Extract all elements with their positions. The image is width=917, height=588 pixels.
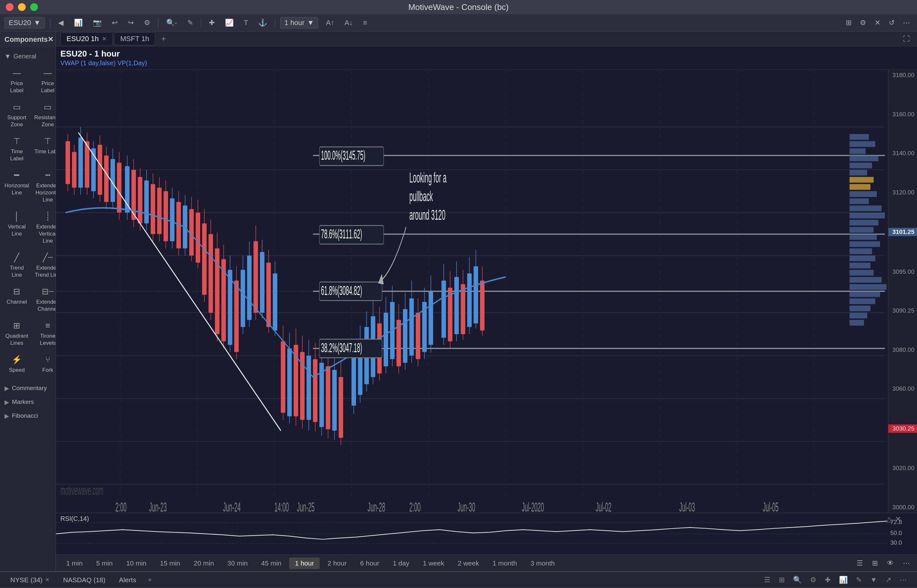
refresh-icon[interactable]: ↺ bbox=[886, 17, 897, 28]
svg-text:Jun-23: Jun-23 bbox=[149, 500, 167, 513]
interval-2hour[interactable]: 2 hour bbox=[321, 557, 352, 569]
main-chart[interactable]: 100.0%(3145.75) 78.6%(3111.62) 61.8%(308… bbox=[56, 70, 917, 513]
interval-1hour[interactable]: 1 hour bbox=[289, 557, 320, 569]
interval-30min[interactable]: 30 min bbox=[222, 557, 253, 569]
alerts-tab[interactable]: Alerts bbox=[113, 574, 142, 586]
interval-selector[interactable]: 1 hour ▼ bbox=[280, 17, 318, 29]
commentary-section[interactable]: ▶ Commentary bbox=[0, 381, 56, 395]
tool-horizontal-line[interactable]: ━ Horizontal Line bbox=[3, 167, 31, 207]
search-icon[interactable]: 🔍 bbox=[790, 575, 804, 585]
layout-icon[interactable]: ⊞ bbox=[843, 17, 854, 28]
indicator-icon[interactable]: 📈 bbox=[222, 17, 236, 28]
back-icon[interactable]: ◀ bbox=[56, 17, 66, 28]
maximize-window-button[interactable] bbox=[30, 3, 38, 11]
svg-text:around 3120: around 3120 bbox=[409, 207, 445, 223]
interval-3month[interactable]: 3 month bbox=[525, 557, 561, 569]
tool-extended-vertical-line[interactable]: ┊ Extended Vertical Line bbox=[32, 208, 56, 248]
tool-tirone-levels[interactable]: ≡ Tirone Levels bbox=[32, 317, 56, 350]
rsi-expand-icon[interactable]: △ bbox=[886, 515, 892, 523]
screenshot-icon[interactable]: 📷 bbox=[90, 17, 104, 28]
font-up-icon[interactable]: A↑ bbox=[323, 17, 337, 28]
general-section-header[interactable]: ▼ General bbox=[0, 50, 56, 63]
interval-1month[interactable]: 1 month bbox=[487, 557, 523, 569]
grid-view-icon[interactable]: ⊞ bbox=[869, 558, 880, 569]
nasdaq-tab[interactable]: NASDAQ (18) bbox=[57, 574, 111, 586]
close-window-button[interactable] bbox=[6, 3, 13, 11]
tool-vertical-line[interactable]: │ Vertical Line bbox=[3, 208, 31, 248]
price-tick: 3160.00 bbox=[888, 111, 917, 118]
filter-icon2[interactable]: ▼ bbox=[867, 575, 880, 585]
settings-icon2[interactable]: ⚙ bbox=[807, 575, 819, 585]
text-icon[interactable]: T bbox=[241, 17, 250, 28]
interval-45min[interactable]: 45 min bbox=[255, 557, 287, 569]
nyse-tab[interactable]: NYSE (34) ✕ bbox=[5, 574, 55, 586]
filter-icon[interactable]: ⋯ bbox=[900, 558, 912, 569]
chart-icon2[interactable]: 📊 bbox=[836, 575, 850, 585]
tool-extended-horizontal-line[interactable]: ┅ Extended Horizontal Line bbox=[32, 167, 56, 207]
tool-fork[interactable]: ⑂ Fork bbox=[32, 351, 56, 377]
interval-5min[interactable]: 5 min bbox=[90, 557, 118, 569]
grid-icon[interactable]: ⊞ bbox=[776, 575, 787, 585]
chart-area: ESU20 1h ✕ MSFT 1h + ⛶ ESU20 - 1 hour VW… bbox=[56, 31, 917, 571]
interval-1min[interactable]: 1 min bbox=[60, 557, 88, 569]
chart-type-icon[interactable]: 📊 bbox=[71, 17, 85, 28]
interval-20min[interactable]: 20 min bbox=[188, 557, 220, 569]
interval-15min[interactable]: 15 min bbox=[154, 557, 186, 569]
close-nyse-icon[interactable]: ✕ bbox=[45, 577, 50, 583]
more-icon[interactable]: ⋯ bbox=[900, 17, 912, 28]
tool-price-label-2[interactable]: — Price Label bbox=[32, 65, 56, 97]
titlebar: MotiveWave - Console (bc) bbox=[0, 0, 917, 14]
tab-esu20[interactable]: ESU20 1h ✕ bbox=[60, 32, 113, 45]
tool-time-label-1[interactable]: ⊤ Time Label bbox=[3, 133, 31, 165]
symbol-selector[interactable]: ESU20 ▼ bbox=[5, 17, 45, 29]
config-icon[interactable]: ⚙ bbox=[857, 17, 869, 28]
export-icon[interactable]: ↗ bbox=[883, 575, 894, 585]
tool-extended-trend-line[interactable]: ╱┄ Extended Trend Line bbox=[32, 249, 56, 282]
interval-10min[interactable]: 10 min bbox=[121, 557, 152, 569]
font-down-icon[interactable]: A↓ bbox=[342, 17, 355, 28]
undo-icon[interactable]: ↩ bbox=[109, 17, 120, 28]
tool-quadrant-lines[interactable]: ⊞ Quadrant Lines bbox=[3, 317, 31, 350]
price-scale: 3180.00 3160.00 3140.00 3120.00 3101.25 … bbox=[888, 70, 917, 513]
fullscreen-icon[interactable]: ⛶ bbox=[900, 34, 912, 44]
minimize-window-button[interactable] bbox=[18, 3, 26, 11]
tool-time-label-2[interactable]: ⊤ Time Label bbox=[32, 133, 56, 165]
settings-icon[interactable]: ⚙ bbox=[141, 17, 153, 28]
sidebar-close-icon[interactable]: ✕ bbox=[48, 36, 53, 44]
add-col-icon[interactable]: ✚ bbox=[822, 575, 833, 585]
tool-price-label-1[interactable]: — Price Label bbox=[3, 65, 31, 97]
columns-icon[interactable]: ☰ bbox=[762, 575, 773, 585]
close-icon[interactable]: ✕ bbox=[872, 17, 883, 28]
interval-6hour[interactable]: 6 hour bbox=[354, 557, 385, 569]
rsi-controls: △ ✕ bbox=[886, 515, 901, 523]
draw-icon[interactable]: ✎ bbox=[185, 17, 196, 28]
separator3 bbox=[201, 18, 201, 27]
align-icon[interactable]: ≡ bbox=[360, 17, 370, 28]
add-watchlist-button[interactable]: + bbox=[144, 574, 156, 586]
fibonacci-section[interactable]: ▶ Fibonacci bbox=[0, 409, 56, 423]
tool-speed[interactable]: ⚡ Speed bbox=[3, 351, 31, 377]
rsi-close-icon[interactable]: ✕ bbox=[895, 515, 901, 523]
anchor-icon[interactable]: ⚓ bbox=[256, 17, 270, 28]
eye-icon[interactable]: 👁 bbox=[884, 558, 896, 569]
tool-channel[interactable]: ⊟ Channel bbox=[3, 283, 31, 316]
interval-1day[interactable]: 1 day bbox=[387, 557, 415, 569]
tab-msft[interactable]: MSFT 1h bbox=[114, 32, 155, 45]
tool-trend-line[interactable]: ╱ Trend Line bbox=[3, 249, 31, 282]
tool-resistance-zone[interactable]: ▭ Resistance Zone bbox=[32, 99, 56, 131]
close-tab-icon[interactable]: ✕ bbox=[102, 36, 107, 42]
add-icon[interactable]: ✚ bbox=[206, 17, 217, 28]
quadrant-lines-icon: ⊞ bbox=[13, 320, 20, 331]
redo-icon[interactable]: ↪ bbox=[125, 17, 136, 28]
interval-2week[interactable]: 2 week bbox=[452, 557, 485, 569]
more-icon2[interactable]: ⋯ bbox=[897, 575, 909, 585]
zoom-out-icon[interactable]: 🔍- bbox=[163, 17, 179, 28]
tool-support-zone[interactable]: ▭ Support Zone bbox=[3, 99, 31, 131]
interval-1week[interactable]: 1 week bbox=[417, 557, 450, 569]
tool-extended-channel[interactable]: ⊟┄ Extended Channel bbox=[32, 283, 56, 316]
edit-icon[interactable]: ✎ bbox=[853, 575, 864, 585]
chart-tab-bar: ESU20 1h ✕ MSFT 1h + ⛶ bbox=[56, 31, 917, 46]
add-tab-button[interactable]: + bbox=[157, 34, 170, 44]
list-view-icon[interactable]: ☰ bbox=[854, 558, 865, 569]
markers-section[interactable]: ▶ Markers bbox=[0, 395, 56, 409]
